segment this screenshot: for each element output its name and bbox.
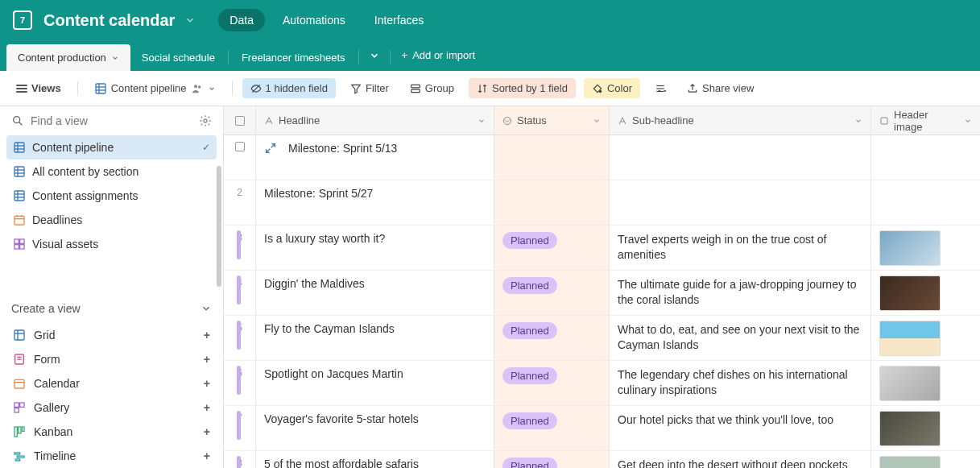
- image-thumbnail[interactable]: [879, 230, 941, 266]
- header-image-cell[interactable]: [871, 451, 980, 468]
- app-title[interactable]: Content calendar: [43, 11, 175, 30]
- header-checkbox-cell[interactable]: [224, 106, 256, 135]
- find-view-input[interactable]: [31, 114, 192, 127]
- table-tab-content-production[interactable]: Content production: [6, 44, 130, 71]
- table-row[interactable]: Milestone: Sprint 5/13: [224, 135, 980, 180]
- filter-button[interactable]: Filter: [344, 78, 395, 98]
- checkbox-icon[interactable]: [235, 116, 245, 126]
- view-item-visual-assets[interactable]: Visual assets: [6, 232, 217, 256]
- table-row[interactable]: 6Spotlight on Jacques MartinPlannedThe l…: [224, 361, 980, 406]
- column-header-image[interactable]: Header image: [871, 106, 980, 135]
- header-image-cell[interactable]: [871, 226, 980, 270]
- chevron-down-icon[interactable]: [964, 117, 972, 125]
- sub-headline-cell[interactable]: The ultimate guide for a jaw-dropping jo…: [610, 271, 871, 315]
- header-image-cell[interactable]: [871, 361, 980, 405]
- plus-icon: +: [204, 425, 210, 438]
- table-row[interactable]: 4Diggin' the MaldivesPlannedThe ultimate…: [224, 271, 980, 316]
- sidebar-scrollbar[interactable]: [217, 166, 221, 287]
- collaborators-icon[interactable]: [191, 82, 204, 95]
- table-tab-freelancer-timesheets[interactable]: Freelancer timesheets: [230, 44, 357, 71]
- status-cell[interactable]: Planned: [494, 361, 610, 405]
- row-checkbox[interactable]: [235, 142, 245, 151]
- header-image-cell[interactable]: [871, 180, 980, 225]
- create-grid[interactable]: Grid +: [6, 323, 217, 347]
- image-thumbnail[interactable]: [879, 321, 941, 356]
- app-menu-chevron[interactable]: [184, 14, 196, 26]
- image-thumbnail[interactable]: [879, 275, 941, 311]
- chevron-down-icon[interactable]: [111, 54, 119, 62]
- hidden-fields-button[interactable]: 1 hidden field: [242, 78, 336, 98]
- color-button[interactable]: Color: [584, 78, 640, 98]
- expand-icon[interactable]: [264, 142, 277, 155]
- chevron-down-icon[interactable]: [208, 85, 216, 93]
- row-height-button[interactable]: [648, 79, 672, 98]
- status-cell[interactable]: Planned: [494, 406, 610, 450]
- sub-headline-cell[interactable]: What to do, eat, and see on your next vi…: [610, 316, 871, 360]
- create-gallery[interactable]: Gallery +: [6, 396, 217, 420]
- share-view-button[interactable]: Share view: [680, 78, 760, 98]
- chevron-down-icon[interactable]: [854, 117, 862, 125]
- header-image-cell[interactable]: [871, 316, 980, 360]
- group-button[interactable]: Group: [403, 78, 461, 98]
- chevron-down-icon[interactable]: [593, 117, 601, 125]
- sub-headline-cell[interactable]: Our hotel picks that we think you'll lov…: [610, 406, 871, 450]
- table-row[interactable]: 2Milestone: Sprint 5/27: [224, 180, 980, 226]
- header-image-cell[interactable]: [871, 135, 980, 180]
- headline-cell[interactable]: Fly to the Cayman Islands: [256, 316, 494, 360]
- table-row[interactable]: 7Voyager's favorite 5-star hotelsPlanned…: [224, 406, 980, 451]
- status-cell[interactable]: [494, 180, 610, 225]
- row-number-cell[interactable]: 2: [224, 180, 256, 225]
- headline-text: Milestone: Sprint 5/13: [288, 142, 397, 155]
- header-image-cell[interactable]: [871, 271, 980, 315]
- headline-cell[interactable]: Is a luxury stay worth it?: [256, 226, 494, 270]
- view-item-content-pipeline[interactable]: Content pipeline ✓: [6, 135, 217, 159]
- status-cell[interactable]: Planned: [494, 316, 610, 360]
- create-kanban[interactable]: Kanban +: [6, 420, 217, 444]
- table-row[interactable]: 5Fly to the Cayman IslandsPlannedWhat to…: [224, 316, 980, 361]
- more-tabs-button[interactable]: [361, 43, 388, 68]
- headline-cell[interactable]: Spotlight on Jacques Martin: [256, 361, 494, 405]
- create-form[interactable]: Form +: [6, 347, 217, 371]
- create-calendar[interactable]: Calendar +: [6, 371, 217, 396]
- sub-headline-cell[interactable]: Travel experts weigh in on the true cost…: [610, 226, 871, 270]
- create-timeline[interactable]: Timeline +: [6, 444, 217, 468]
- sub-headline-cell[interactable]: The legendary chef dishes on his interna…: [610, 361, 871, 405]
- image-thumbnail[interactable]: [879, 456, 941, 468]
- column-sub-headline[interactable]: Sub-headline: [610, 106, 871, 135]
- table-tab-social-schedule[interactable]: Social schedule: [130, 44, 226, 71]
- headline-cell[interactable]: Milestone: Sprint 5/13: [256, 135, 494, 180]
- column-status[interactable]: Status: [494, 106, 610, 135]
- chevron-down-icon[interactable]: [478, 117, 486, 125]
- status-cell[interactable]: Planned: [494, 451, 610, 468]
- grid-body[interactable]: Milestone: Sprint 5/132Milestone: Sprint…: [224, 135, 980, 468]
- headline-cell[interactable]: Milestone: Sprint 5/27: [256, 180, 494, 225]
- view-item-all-content[interactable]: All content by section: [6, 159, 217, 184]
- image-thumbnail[interactable]: [879, 366, 941, 401]
- status-cell[interactable]: Planned: [494, 271, 610, 315]
- row-number-cell[interactable]: [224, 135, 256, 180]
- status-cell[interactable]: Planned: [494, 226, 610, 270]
- sub-headline-cell[interactable]: Get deep into the desert without deep po…: [610, 451, 871, 468]
- image-thumbnail[interactable]: [879, 411, 941, 446]
- column-headline[interactable]: Headline: [256, 106, 494, 135]
- create-view-toggle[interactable]: Create a view: [0, 291, 223, 323]
- tab-automations[interactable]: Automations: [271, 9, 357, 31]
- views-button[interactable]: Views: [10, 78, 68, 98]
- view-item-deadlines[interactable]: Deadlines: [6, 208, 217, 232]
- sub-headline-cell[interactable]: [610, 180, 871, 225]
- headline-cell[interactable]: 5 of the most affordable safaris: [256, 451, 494, 468]
- gear-icon[interactable]: [199, 114, 212, 127]
- view-name-button[interactable]: Content pipeline: [88, 78, 222, 99]
- view-item-content-assignments[interactable]: Content assignments: [6, 184, 217, 208]
- table-row[interactable]: 85 of the most affordable safarisPlanned…: [224, 451, 980, 468]
- status-cell[interactable]: [494, 135, 610, 180]
- header-image-cell[interactable]: [871, 406, 980, 450]
- sort-button[interactable]: Sorted by 1 field: [469, 78, 576, 98]
- add-or-import-button[interactable]: + Add or import: [392, 43, 486, 68]
- sub-headline-cell[interactable]: [610, 135, 871, 180]
- tab-interfaces[interactable]: Interfaces: [363, 9, 435, 31]
- table-row[interactable]: 3Is a luxury stay worth it?PlannedTravel…: [224, 226, 980, 271]
- headline-cell[interactable]: Voyager's favorite 5-star hotels: [256, 406, 494, 450]
- headline-cell[interactable]: Diggin' the Maldives: [256, 271, 494, 315]
- tab-data[interactable]: Data: [218, 9, 265, 31]
